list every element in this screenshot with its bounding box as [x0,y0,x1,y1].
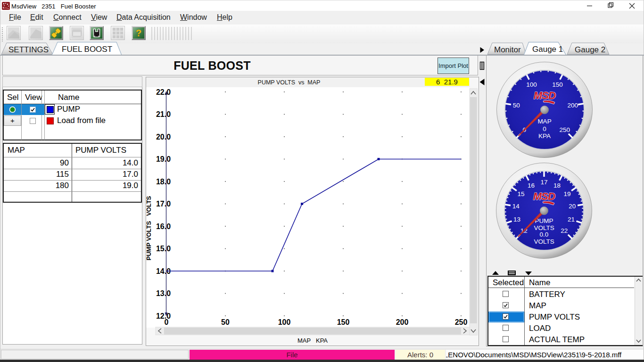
svg-text:6 21.9: 6 21.9 [436,78,458,86]
svg-text:PUMP VOLTS VOLTS: PUMP VOLTS VOLTS [146,196,152,260]
svg-text:15.0: 15.0 [156,245,171,253]
svg-text:MSD: MSD [533,190,555,202]
svg-text:17.0: 17.0 [156,200,171,208]
svg-text:KPA: KPA [538,132,551,140]
svg-text:200: 200 [396,318,409,326]
svg-text:18.0: 18.0 [156,178,171,186]
svg-text:16: 16 [528,182,535,189]
svg-text:0: 0 [543,125,546,132]
svg-text:13: 13 [513,216,520,223]
svg-text:PUMP VOLTS vs MAP: PUMP VOLTS vs MAP [258,79,321,86]
svg-text:16.0: 16.0 [156,222,171,230]
svg-text:19.0: 19.0 [156,155,171,163]
svg-text:100: 100 [526,81,537,88]
svg-text:?: ? [136,28,141,38]
svg-text:0.0: 0.0 [540,231,549,238]
svg-text:VOLTS: VOLTS [534,224,554,231]
svg-text:12.0: 12.0 [156,312,171,320]
svg-text:250: 250 [455,318,468,326]
svg-text:50: 50 [513,102,520,109]
svg-text:MAP KPA: MAP KPA [297,337,328,344]
svg-text:20.0: 20.0 [156,133,171,141]
svg-text:18: 18 [553,182,561,189]
svg-text:MSD: MSD [534,90,556,101]
svg-text:MAP: MAP [537,118,551,125]
svg-text:21: 21 [568,216,575,223]
svg-text:17: 17 [540,179,547,186]
svg-text:50: 50 [221,318,230,326]
svg-text:150: 150 [552,81,563,88]
svg-text:13.0: 13.0 [156,289,171,297]
svg-text:14: 14 [512,203,520,210]
svg-text:19: 19 [563,190,570,197]
svg-text:250: 250 [560,126,570,133]
svg-text:200: 200 [568,102,578,109]
svg-text:22: 22 [561,227,568,234]
svg-text:0: 0 [165,318,169,326]
svg-text:20: 20 [569,203,576,210]
svg-text:22.0: 22.0 [156,88,171,96]
svg-text:21.0: 21.0 [156,110,171,118]
svg-text:VOLTS: VOLTS [534,238,554,245]
svg-text:15: 15 [518,190,525,197]
svg-text:100: 100 [278,318,291,326]
svg-text:150: 150 [337,318,350,326]
